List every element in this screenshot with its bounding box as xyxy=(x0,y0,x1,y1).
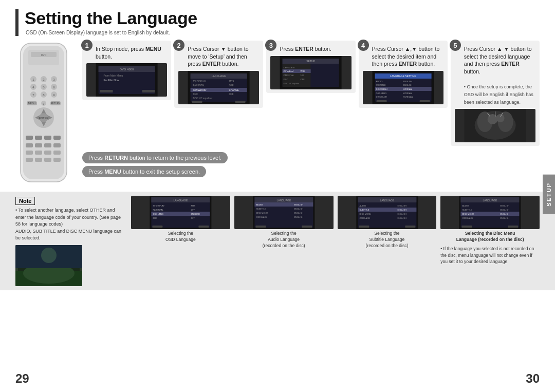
svg-text:DISC VC equaliz: DISC VC equaliz xyxy=(284,82,299,85)
title-section: Setting the Language OSD (On-Screen Disp… xyxy=(0,0,555,35)
screenshot-osd-label: Selecting theOSD Language xyxy=(165,231,196,243)
screenshot-subtitle-img: LANGUAGE AUDIOENGLISH SUBTITLEENGLISH DI… xyxy=(338,196,437,229)
svg-text:OFF: OFF xyxy=(229,84,234,87)
svg-text:ENGLISH: ENGLISH xyxy=(501,204,510,207)
svg-text:AUDIO: AUDIO xyxy=(256,203,263,206)
svg-text:DVD: DVD xyxy=(41,53,47,57)
svg-text:DVD 4800: DVD 4800 xyxy=(120,68,134,71)
step-4-number: 4 xyxy=(358,40,369,51)
remote-control-svg: DVD 1 2 3 4 5 6 7 8 9 xyxy=(15,41,72,184)
screenshots-images: LANGUAGE TV DISPLAYMBS PARENTALOFF OSD L… xyxy=(131,196,540,265)
main-content: DVD 1 2 3 4 5 6 7 8 9 xyxy=(0,41,555,186)
svg-rect-51 xyxy=(53,158,61,162)
step-4-image: LANGUAGE SETTING AUDIOENGLISH SUBTITLEEN… xyxy=(363,71,443,104)
svg-text:AUDIO: AUDIO xyxy=(359,204,366,207)
svg-text:LANGUAGE: LANGUAGE xyxy=(284,66,295,69)
svg-text:ENGLISH: ENGLISH xyxy=(294,212,303,214)
svg-point-125 xyxy=(41,248,57,263)
setup-side-tab: SETUP xyxy=(543,175,555,214)
svg-rect-81 xyxy=(311,64,339,87)
svg-rect-47 xyxy=(53,151,61,155)
svg-text:ENGLISH: ENGLISH xyxy=(403,84,412,86)
screenshot-disc-label: Selecting the Disc MenuLanguage (recorde… xyxy=(456,231,524,243)
svg-text:TV DISPLAY: TV DISPLAY xyxy=(153,204,164,207)
step-5-number: 5 xyxy=(450,40,461,51)
svg-text:OSD LANG: OSD LANG xyxy=(376,92,386,95)
svg-text:PASSWORD: PASSWORD xyxy=(193,89,207,91)
svg-text:ENGLISH: ENGLISH xyxy=(294,216,303,218)
svg-text:SUBTITLE: SUBTITLE xyxy=(376,84,385,86)
page: Setting the Language OSD (On-Screen Disp… xyxy=(0,0,555,392)
svg-text:ENTER: ENTER xyxy=(39,117,49,120)
screenshot-audio-language: LANGUAGE AUDIOENGLISH SUBTITLEENGLISH DI… xyxy=(234,196,334,249)
svg-rect-39 xyxy=(53,136,61,140)
svg-text:OFF: OFF xyxy=(229,93,234,96)
info-area: Press RETURN button to return to the pre… xyxy=(82,152,540,177)
svg-text:ENGLISH: ENGLISH xyxy=(501,209,510,211)
step-5-text: Press Cursor ▲ ▼ button to select the de… xyxy=(464,45,535,106)
svg-text:LANGUAGE: LANGUAGE xyxy=(483,199,497,202)
svg-text:OSD LANG: OSD LANG xyxy=(359,217,370,219)
svg-text:DISC MENU: DISC MENU xyxy=(256,212,268,214)
step-2-card: 2 Press Cursor ▼ button to move to 'Setu… xyxy=(174,41,263,108)
svg-rect-40 xyxy=(26,143,33,147)
svg-point-113 xyxy=(496,114,504,122)
svg-text:AUDIO: AUDIO xyxy=(376,80,382,83)
screenshot-disc-menu-language: LANGUAGE AUDIOENGLISH SUBTITLEENGLISH DI… xyxy=(440,196,540,265)
svg-text:ENGLISH: ENGLISH xyxy=(501,217,510,219)
svg-text:LANGUAGE: LANGUAGE xyxy=(173,199,188,202)
bottom-area: Note • To select another language, selec… xyxy=(0,192,555,290)
screenshots-row: LANGUAGE TV DISPLAYMBS PARENTALOFF OSD L… xyxy=(131,196,540,265)
svg-rect-155 xyxy=(302,226,312,228)
svg-text:OFF: OFF xyxy=(301,78,305,81)
svg-text:MBS: MBS xyxy=(229,80,234,83)
svg-text:PARENTAL: PARENTAL xyxy=(153,209,163,211)
steps-row: 1 In Stop mode, press MENU button. DVD 4… xyxy=(82,41,540,146)
svg-text:SETUP: SETUP xyxy=(307,60,316,63)
svg-text:SUBTITLE: SUBTITLE xyxy=(359,209,369,211)
svg-rect-75 xyxy=(235,101,246,103)
svg-text:DISC MENU: DISC MENU xyxy=(462,213,474,215)
svg-text:OSD LANG: OSD LANG xyxy=(256,216,267,218)
svg-rect-41 xyxy=(35,143,42,147)
screenshot-osd-img: LANGUAGE TV DISPLAYMBS PARENTALOFF OSD L… xyxy=(131,196,230,229)
step-3-number: 3 xyxy=(265,40,276,51)
svg-text:PARENTAL: PARENTAL xyxy=(284,74,294,77)
svg-rect-58 xyxy=(100,90,113,92)
svg-text:KOREAN: KOREAN xyxy=(403,92,412,95)
step-2-number: 2 xyxy=(173,40,184,51)
note-title: Note xyxy=(15,197,35,205)
svg-text:ENGLISH: ENGLISH xyxy=(294,208,303,210)
step-4-text: Press Cursor ▲,▼ button to select the de… xyxy=(372,45,443,68)
svg-text:DISC VC equalizer: DISC VC equalizer xyxy=(193,97,213,100)
svg-text:DRC: DRC xyxy=(153,217,157,219)
svg-text:DISC MENU: DISC MENU xyxy=(376,88,387,90)
step-1-number: 1 xyxy=(81,40,92,51)
svg-rect-154 xyxy=(255,226,266,228)
svg-text:LANGUAGE: LANGUAGE xyxy=(276,199,291,202)
svg-text:CHANGE: CHANGE xyxy=(229,89,239,91)
svg-text:PARENTAL: PARENTAL xyxy=(193,84,206,87)
step-1-text: In Stop mode, press MENU button. xyxy=(96,45,167,60)
svg-rect-43 xyxy=(53,143,61,147)
disc-note: • If the language you selected is not re… xyxy=(440,246,540,265)
svg-rect-184 xyxy=(462,226,472,228)
svg-rect-44 xyxy=(26,151,33,155)
svg-text:WBS: WBS xyxy=(301,70,305,72)
svg-rect-106 xyxy=(376,100,386,102)
svg-text:ENGLISH: ENGLISH xyxy=(294,203,303,206)
svg-text:SCRELAN: SCRELAN xyxy=(403,96,413,98)
remote-control-column: DVD 1 2 3 4 5 6 7 8 9 xyxy=(15,41,77,186)
svg-text:DISC BLDR: DISC BLDR xyxy=(376,96,386,98)
step-5-card: 5 Press Cursor ▲ ▼ button to select the … xyxy=(451,41,540,146)
svg-text:DRC: DRC xyxy=(284,78,288,81)
svg-text:RETURN: RETURN xyxy=(51,102,61,105)
svg-text:OFF: OFF xyxy=(191,217,195,219)
screenshot-osd-language: LANGUAGE TV DISPLAYMBS PARENTALOFF OSD L… xyxy=(131,196,230,243)
screenshot-subtitle-language: LANGUAGE AUDIOENGLISH SUBTITLEENGLISH DI… xyxy=(338,196,437,249)
page-title: Setting the Language xyxy=(25,8,555,28)
svg-text:LANGUAGE: LANGUAGE xyxy=(212,74,226,78)
svg-text:DRC: DRC xyxy=(193,93,198,96)
title-accent xyxy=(15,9,18,36)
svg-text:0: 0 xyxy=(43,102,45,105)
